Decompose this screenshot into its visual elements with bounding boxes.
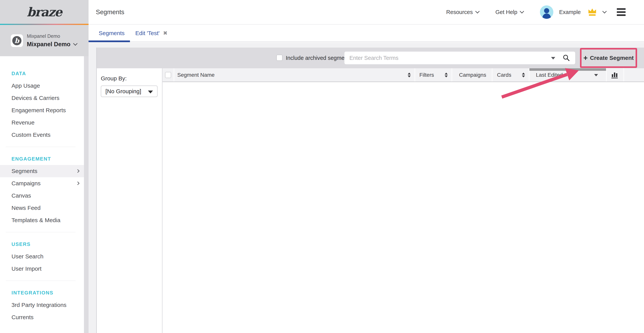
- chevron-down-icon: [475, 9, 480, 14]
- sidebar-nav: DATA App Usage Devices & Carriers Engage…: [0, 56, 84, 323]
- workspace-company: Mixpanel Demo: [27, 33, 77, 39]
- sidebar-item-templates-media[interactable]: Templates & Media: [0, 214, 84, 226]
- sidebar-item-currents[interactable]: Currents: [0, 311, 84, 323]
- user-name: Example: [559, 9, 581, 15]
- top-header: Segments Resources Get Help Example: [88, 0, 644, 25]
- sidebar-item-user-search[interactable]: User Search: [0, 250, 84, 263]
- search-dropdown-caret-icon[interactable]: [551, 57, 555, 60]
- column-label: Campaigns: [459, 72, 486, 78]
- select-all-checkbox[interactable]: [165, 72, 171, 78]
- sidebar-item-news-feed[interactable]: News Feed: [0, 202, 84, 214]
- chevron-down-icon: [73, 41, 78, 46]
- include-archived-label: Include archived segments: [286, 48, 352, 68]
- panels: Group By: [No Grouping] Segment Name: [97, 68, 644, 333]
- sidebar-item-app-usage[interactable]: App Usage: [0, 80, 84, 92]
- table-body-empty: [162, 82, 644, 333]
- group-by-panel: Group By: [No Grouping]: [97, 68, 162, 333]
- column-filters[interactable]: Filters: [415, 68, 452, 82]
- sidebar-item-engagement-reports[interactable]: Engagement Reports: [0, 104, 84, 116]
- annotation-highlight-box: + Create Segment: [580, 48, 637, 68]
- sort-icon[interactable]: [522, 73, 525, 77]
- sidebar-item-label: Campaigns: [12, 180, 41, 186]
- sidebar-item-canvas[interactable]: Canvas: [0, 190, 84, 202]
- group-by-dropdown[interactable]: [No Grouping]: [101, 86, 158, 97]
- create-segment-label: Create Segment: [590, 55, 634, 61]
- active-tab-underline: [88, 41, 130, 42]
- column-segment-name[interactable]: Segment Name: [174, 68, 414, 82]
- column-label: Segment Name: [177, 72, 215, 78]
- chevron-right-icon: [76, 181, 79, 185]
- page-title: Segments: [96, 9, 124, 16]
- select-all-cell: [162, 68, 174, 82]
- segments-panel: Include archived segments + Create Segme…: [96, 48, 644, 333]
- search-input[interactable]: [344, 52, 575, 64]
- hamburger-menu-icon[interactable]: [617, 8, 626, 16]
- sidebar: braze b Mixpanel Demo Mixpanel Demo DATA…: [0, 0, 88, 333]
- sidebar-item-custom-events[interactable]: Custom Events: [0, 129, 84, 141]
- sort-icon[interactable]: [445, 73, 448, 77]
- sidebar-item-revenue[interactable]: Revenue: [0, 116, 84, 129]
- crown-icon: [587, 8, 597, 17]
- user-avatar[interactable]: [540, 5, 553, 19]
- sidebar-scrollbar[interactable]: [84, 56, 88, 333]
- bar-chart-icon: [611, 71, 619, 79]
- tab-label: Segments: [99, 30, 124, 37]
- sort-caret-icon[interactable]: [594, 74, 598, 76]
- column-label: Cards: [497, 72, 511, 78]
- workspace-name: Mixpanel Demo: [27, 41, 70, 48]
- sidebar-item-campaigns[interactable]: Campaigns: [0, 177, 84, 190]
- tab-segments[interactable]: Segments: [88, 25, 130, 42]
- content-region: Include archived segments + Create Segme…: [88, 43, 644, 333]
- dropdown-caret-icon: [148, 91, 153, 93]
- section-title-data: DATA: [0, 67, 84, 80]
- sidebar-item-segments[interactable]: Segments: [0, 165, 84, 177]
- segments-toolbar: Include archived segments + Create Segme…: [97, 48, 644, 68]
- main-area: Segments Resources Get Help Example: [88, 0, 644, 333]
- sort-icon[interactable]: [408, 73, 411, 77]
- column-drag-indicator: [530, 68, 606, 71]
- segments-table: Segment Name Filters Campaigns Cards: [162, 68, 644, 333]
- table-header-row: Segment Name Filters Campaigns Cards: [162, 68, 644, 82]
- section-title-integrations: INTEGRATIONS: [0, 286, 84, 299]
- section-title-engagement: ENGAGEMENT: [0, 153, 84, 165]
- group-by-label: Group By:: [101, 75, 162, 82]
- tab-bar: Segments Edit 'Test' ✖: [88, 25, 644, 42]
- header-right-cluster: Resources Get Help Example: [446, 5, 626, 19]
- column-analytics[interactable]: [606, 68, 624, 82]
- section-title-users: USERS: [0, 238, 84, 250]
- resources-label: Resources: [446, 9, 473, 15]
- sidebar-item-label: Segments: [12, 168, 38, 174]
- chevron-down-icon: [520, 9, 524, 14]
- workspace-monogram: b: [12, 36, 22, 45]
- include-archived-checkbox[interactable]: [276, 55, 282, 61]
- header-filler-cell: [624, 68, 644, 82]
- workspace-selector[interactable]: b Mixpanel Demo Mixpanel Demo: [0, 25, 83, 56]
- create-segment-button[interactable]: + Create Segment: [582, 50, 636, 66]
- column-last-edited[interactable]: Last Edited: [530, 68, 606, 82]
- sidebar-item-devices-carriers[interactable]: Devices & Carriers: [0, 92, 84, 104]
- get-help-menu[interactable]: Get Help: [496, 9, 524, 15]
- tab-edit-test[interactable]: Edit 'Test' ✖: [130, 25, 171, 42]
- sidebar-item-user-import[interactable]: User Import: [0, 263, 84, 275]
- column-label: Filters: [419, 72, 434, 78]
- tab-label: Edit 'Test': [135, 30, 160, 37]
- braze-logo[interactable]: braze: [0, 0, 88, 24]
- workspace-texts: Mixpanel Demo Mixpanel Demo: [27, 33, 77, 48]
- column-campaigns[interactable]: Campaigns: [452, 68, 492, 82]
- close-icon[interactable]: ✖: [163, 30, 168, 36]
- get-help-label: Get Help: [496, 9, 517, 15]
- sidebar-header: braze b Mixpanel Demo Mixpanel Demo: [0, 0, 88, 56]
- column-cards[interactable]: Cards: [492, 68, 529, 82]
- search-box: [344, 52, 575, 64]
- column-label: Last Edited: [536, 72, 563, 78]
- group-by-value: [No Grouping]: [101, 88, 141, 95]
- search-icon[interactable]: [562, 54, 570, 62]
- plus-icon: +: [584, 54, 588, 62]
- chevron-right-icon: [76, 169, 79, 173]
- chevron-down-icon[interactable]: [602, 9, 607, 14]
- workspace-icon: b: [11, 34, 23, 47]
- sidebar-item-3rd-party-integrations[interactable]: 3rd Party Integrations: [0, 299, 84, 311]
- braze-logo-text: braze: [27, 5, 62, 19]
- resources-menu[interactable]: Resources: [446, 9, 479, 15]
